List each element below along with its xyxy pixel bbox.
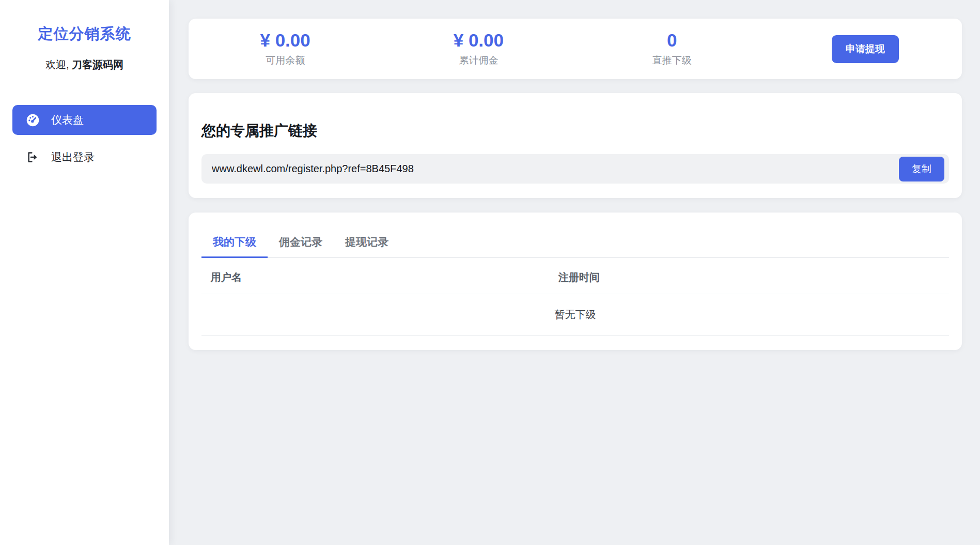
stat-label: 可用余额: [189, 54, 382, 67]
sidebar-menu: 仪表盘 退出登录: [0, 105, 169, 172]
welcome-username: 刀客源码网: [72, 59, 123, 70]
welcome-prefix: 欢迎,: [45, 59, 69, 70]
empty-state-text: 暂无下级: [201, 294, 949, 336]
sidebar-item-logout[interactable]: 退出登录: [12, 142, 157, 172]
welcome-text: 欢迎, 刀客源码网: [0, 58, 169, 72]
stat-value: ¥ 0.00: [382, 31, 575, 49]
records-card: 我的下级 佣金记录 提现记录 用户名 注册时间 暂无下级: [189, 213, 962, 350]
stat-available-balance: ¥ 0.00 可用余额: [189, 31, 382, 67]
app-title: 定位分销系统: [0, 24, 169, 44]
sign-out-icon: [26, 150, 40, 164]
sidebar: 定位分销系统 欢迎, 刀客源码网: [0, 0, 169, 545]
stats-card: ¥ 0.00 可用余额 ¥ 0.00 累计佣金 0 直推下级 申请提现: [189, 19, 962, 79]
referral-link: www.dkewl.com/register.php?ref=8B45F498: [212, 163, 899, 175]
referral-link-bar: www.dkewl.com/register.php?ref=8B45F498 …: [201, 154, 949, 184]
column-header-username: 用户名: [201, 258, 549, 294]
app-root: 定位分销系统 欢迎, 刀客源码网: [0, 0, 980, 545]
sidebar-item-label: 仪表盘: [51, 113, 84, 127]
table-header-row: 用户名 注册时间: [201, 258, 949, 294]
sidebar-item-label: 退出登录: [51, 150, 95, 164]
stat-label: 累计佣金: [382, 54, 575, 67]
promo-title: 您的专属推广链接: [201, 121, 949, 141]
stat-value: 0: [575, 31, 769, 49]
withdraw-button[interactable]: 申请提现: [832, 35, 899, 63]
stat-action-cell: 申请提现: [769, 35, 962, 63]
promo-card: 您的专属推广链接 www.dkewl.com/register.php?ref=…: [189, 93, 962, 198]
main-content: ¥ 0.00 可用余额 ¥ 0.00 累计佣金 0 直推下级 申请提现 您的专属…: [169, 0, 980, 545]
tab-bar: 我的下级 佣金记录 提现记录: [201, 228, 949, 258]
stat-total-commission: ¥ 0.00 累计佣金: [382, 31, 575, 67]
gauge-icon: [26, 113, 40, 127]
copy-button[interactable]: 复制: [899, 157, 944, 181]
stat-value: ¥ 0.00: [189, 31, 382, 49]
subordinates-table: 用户名 注册时间 暂无下级: [201, 258, 949, 336]
sidebar-item-dashboard[interactable]: 仪表盘: [12, 105, 157, 135]
column-header-register-time: 注册时间: [549, 258, 949, 294]
stat-direct-subordinates: 0 直推下级: [575, 31, 769, 67]
tab-my-subordinates[interactable]: 我的下级: [201, 228, 268, 258]
tab-withdrawal-records[interactable]: 提现记录: [334, 228, 400, 258]
table-row: 暂无下级: [201, 294, 949, 336]
stat-label: 直推下级: [575, 54, 769, 67]
tab-commission-records[interactable]: 佣金记录: [268, 228, 334, 258]
